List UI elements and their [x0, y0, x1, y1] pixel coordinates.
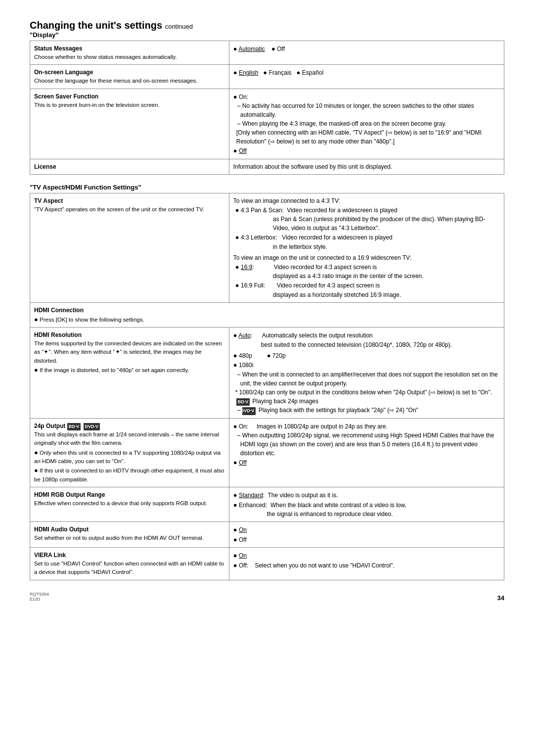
setting-name-language: On-screen Language: [34, 68, 225, 77]
setting-desc-hdmi-res: The items supported by the connected dev…: [34, 339, 225, 375]
setting-desc-language: Choose the language for these menus and …: [34, 77, 225, 85]
setting-options-license: Information about the software used by t…: [229, 159, 504, 174]
setting-options-hdmi-rgb: ● Standard: The video is output as it is…: [229, 487, 504, 522]
setting-desc-hdmi-connection: ● Press [OK] to show the following setti…: [34, 315, 500, 325]
setting-desc-hdmi-rgb: Effective when connected to a device tha…: [34, 499, 225, 508]
tv-settings-table: TV Aspect "TV Aspect" operates on the sc…: [30, 193, 504, 580]
setting-name-license: License: [34, 162, 225, 171]
setting-name-viera: VIERA Link: [34, 551, 225, 560]
setting-options-viera: ● On ● Off: Select when you do not want …: [229, 548, 504, 580]
setting-desc-viera: Set to use "HDAVI Control" function when…: [34, 560, 225, 577]
setting-name-tv-aspect: TV Aspect: [34, 196, 225, 205]
display-settings-table: Status Messages Choose whether to show s…: [30, 41, 504, 175]
setting-desc-screensaver: This is to prevent burn-in on the televi…: [34, 101, 225, 109]
table-row: HDMI Audio Output Set whether or not to …: [30, 522, 504, 548]
bdv-badge: BD·V: [236, 398, 250, 406]
table-row: HDMI RGB Output Range Effective when con…: [30, 487, 504, 522]
setting-options-tv-aspect: To view an image connected to a 4:3 TV: …: [229, 193, 504, 302]
table-row: VIERA Link Set to use "HDAVI Control" fu…: [30, 548, 504, 580]
small-ref: RQT9394 E1d3: [30, 592, 49, 602]
setting-desc-24p: This unit displays each frame at 1/24 se…: [34, 430, 225, 484]
dvdv-badge: DVD·V: [242, 407, 256, 415]
table-row: Screen Saver Function This is to prevent…: [30, 89, 504, 159]
setting-name-hdmi-audio: HDMI Audio Output: [34, 525, 225, 534]
setting-options-language: ● English ● Français ● Español: [229, 65, 504, 89]
setting-desc-tv-aspect: "TV Aspect" operates on the screen of th…: [34, 205, 225, 214]
setting-name-hdmi-connection: HDMI Connection: [34, 306, 500, 315]
table-row: On-screen Language Choose the language f…: [30, 65, 504, 89]
setting-options-screensaver: ● On: – No activity has occurred for 10 …: [229, 89, 504, 159]
badge-dvdv-24p: DVD·V: [84, 423, 100, 431]
setting-desc-status: Choose whether to show status messages a…: [34, 53, 225, 61]
display-section-header: "Display": [30, 31, 504, 39]
setting-desc-hdmi-audio: Set whether or not to output audio from …: [34, 534, 225, 542]
setting-options-hdmi-audio: ● On ● Off: [229, 522, 504, 548]
page-number: 34: [497, 594, 504, 602]
setting-options-hdmi-res: ● Auto: Automatically selects the output…: [229, 328, 504, 419]
page-title: Changing the unit's settings continued: [30, 20, 504, 31]
table-row: TV Aspect "TV Aspect" operates on the sc…: [30, 193, 504, 302]
table-row: HDMI Resolution The items supported by t…: [30, 328, 504, 419]
table-row: HDMI Connection ● Press [OK] to show the…: [30, 302, 504, 328]
setting-name-24p: 24p Output BD·V DVD·V: [34, 422, 225, 431]
table-row: 24p Output BD·V DVD·V This unit displays…: [30, 418, 504, 487]
setting-name-status: Status Messages: [34, 44, 225, 53]
tv-section-header: "TV Aspect/HDMI Function Settings": [30, 184, 504, 191]
setting-options-status: ● Automatic ● Off: [229, 41, 504, 65]
setting-name-screensaver: Screen Saver Function: [34, 92, 225, 101]
setting-name-hdmi-res: HDMI Resolution: [34, 331, 225, 339]
setting-name-hdmi-rgb: HDMI RGB Output Range: [34, 490, 225, 499]
setting-options-24p: ● On: Images in 1080/24p are output in 2…: [229, 418, 504, 487]
badge-bdv-24p: BD·V: [67, 423, 81, 431]
table-row: Status Messages Choose whether to show s…: [30, 41, 504, 65]
table-row: License Information about the software u…: [30, 159, 504, 174]
